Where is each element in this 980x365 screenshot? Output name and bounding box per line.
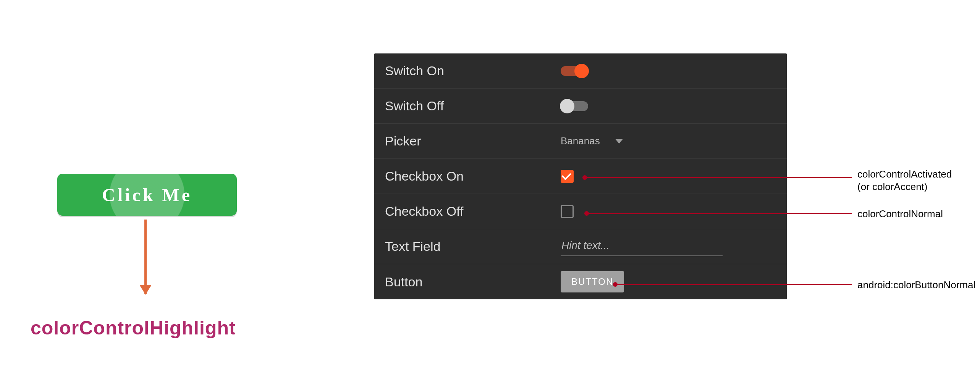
- picker-value: Bananas: [561, 135, 600, 147]
- callout-activated-line1: colorControlActivated: [857, 168, 952, 180]
- row-text-field: Text Field Hint text...: [374, 229, 787, 264]
- checkbox-off[interactable]: [561, 205, 574, 218]
- switch-off-label: Switch Off: [385, 99, 561, 113]
- row-checkbox-off: Checkbox Off: [374, 194, 787, 229]
- controls-panel: Switch On Switch Off Picker Bananas Chec…: [374, 53, 787, 299]
- row-switch-off: Switch Off: [374, 89, 787, 124]
- row-button: Button BUTTON: [374, 264, 787, 299]
- checkbox-on[interactable]: [561, 170, 574, 183]
- callout-line-normal: [586, 213, 852, 214]
- callout-normal: colorControlNormal: [857, 208, 943, 220]
- picker-label: Picker: [385, 134, 561, 149]
- checkbox-off-label: Checkbox Off: [385, 204, 561, 219]
- callout-line-activated: [584, 177, 852, 178]
- row-checkbox-on: Checkbox On: [374, 159, 787, 194]
- click-me-label: Click Me: [102, 184, 192, 205]
- row-picker: Picker Bananas: [374, 124, 787, 159]
- click-me-button[interactable]: Click Me: [57, 174, 237, 216]
- text-field-input[interactable]: Hint text...: [561, 237, 723, 256]
- callout-activated-line2: (or colorAccent): [857, 181, 952, 193]
- checkbox-on-label: Checkbox On: [385, 169, 561, 184]
- text-field-label: Text Field: [385, 239, 561, 254]
- switch-off-toggle[interactable]: [561, 101, 588, 111]
- picker-dropdown[interactable]: Bananas: [561, 135, 623, 147]
- callout-button-normal: android:colorButtonNormal: [857, 279, 975, 291]
- button-row-label: Button: [385, 275, 561, 289]
- arrow-down-icon: [144, 220, 147, 294]
- row-switch-on: Switch On: [374, 53, 787, 89]
- color-control-highlight-label: colorControlHighlight: [31, 317, 236, 339]
- chevron-down-icon: [615, 139, 623, 144]
- callout-activated: colorControlActivated (or colorAccent): [857, 168, 952, 193]
- switch-on-label: Switch On: [385, 63, 561, 78]
- switch-on-toggle[interactable]: [561, 66, 588, 76]
- material-button[interactable]: BUTTON: [561, 271, 624, 292]
- callout-line-button-normal: [615, 284, 852, 285]
